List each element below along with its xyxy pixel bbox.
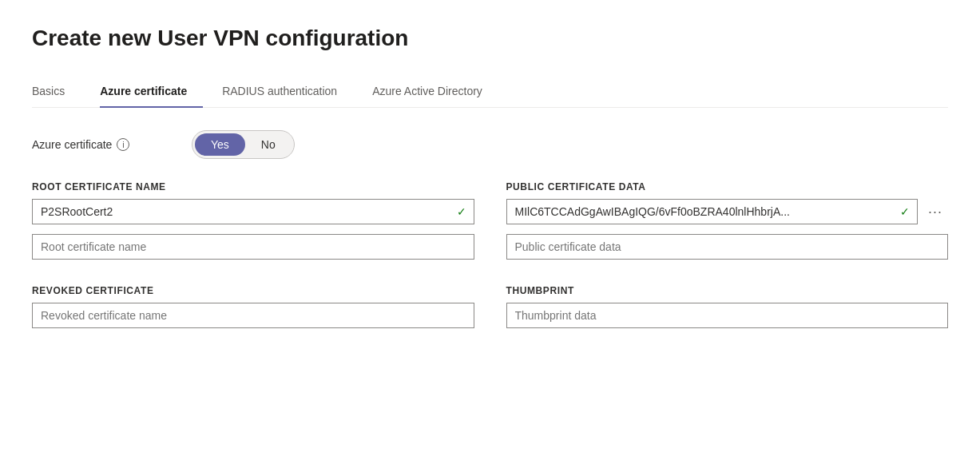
root-cert-column: ROOT CERTIFICATE NAME ✓ [32,181,474,269]
page-title: Create new User VPN configuration [32,26,948,51]
root-cert-placeholder-input[interactable] [32,234,474,260]
root-cert-column-label: ROOT CERTIFICATE NAME [32,181,474,192]
public-cert-check-icon: ✓ [900,205,910,218]
revoked-cert-input-row [32,303,474,328]
tab-azure-active-directory[interactable]: Azure Active Directory [372,77,498,107]
revoked-cert-input[interactable] [32,303,474,328]
public-cert-placeholder-wrapper [506,234,949,260]
public-cert-input[interactable] [506,199,919,224]
thumbprint-column: THUMBPRINT [506,285,949,338]
revoked-cert-column: REVOKED CERTIFICATE [32,285,474,338]
yes-no-toggle[interactable]: Yes No [192,130,295,159]
root-cert-placeholder-row [32,234,474,260]
public-cert-column-label: PUBLIC CERTIFICATE DATA [506,181,949,192]
revoked-cert-input-wrapper [32,303,474,328]
revoked-thumbprint-columns: REVOKED CERTIFICATE THUMBPRINT [32,285,948,338]
azure-certificate-toggle-row: Azure certificate i Yes No [32,130,948,159]
toggle-yes-button[interactable]: Yes [195,133,245,156]
thumbprint-input[interactable] [506,303,949,328]
azure-certificate-label: Azure certificate i [32,138,192,151]
root-cert-placeholder-wrapper [32,234,474,260]
public-cert-input-wrapper: ✓ [506,199,919,224]
tabs-nav: Basics Azure certificate RADIUS authenti… [32,77,948,108]
thumbprint-input-row [506,303,949,328]
tab-basics[interactable]: Basics [32,77,81,107]
public-cert-filled-row: ✓ ··· [506,199,949,224]
thumbprint-input-wrapper [506,303,949,328]
root-cert-input[interactable] [32,199,474,224]
certificate-columns: ROOT CERTIFICATE NAME ✓ PUBLIC CERTIFICA… [32,181,948,269]
tab-radius-authentication[interactable]: RADIUS authentication [222,77,353,107]
info-icon[interactable]: i [117,138,129,151]
root-cert-filled-row: ✓ [32,199,474,224]
toggle-no-button[interactable]: No [245,133,292,156]
more-options-button[interactable]: ··· [922,199,948,224]
public-cert-placeholder-row [506,234,949,260]
thumbprint-column-label: THUMBPRINT [506,285,949,296]
root-cert-input-wrapper: ✓ [32,199,474,224]
revoked-cert-column-label: REVOKED CERTIFICATE [32,285,474,296]
public-cert-column: PUBLIC CERTIFICATE DATA ✓ ··· [506,181,949,269]
tab-azure-certificate[interactable]: Azure certificate [100,77,203,107]
public-cert-placeholder-input[interactable] [506,234,949,260]
root-cert-check-icon: ✓ [457,205,466,218]
